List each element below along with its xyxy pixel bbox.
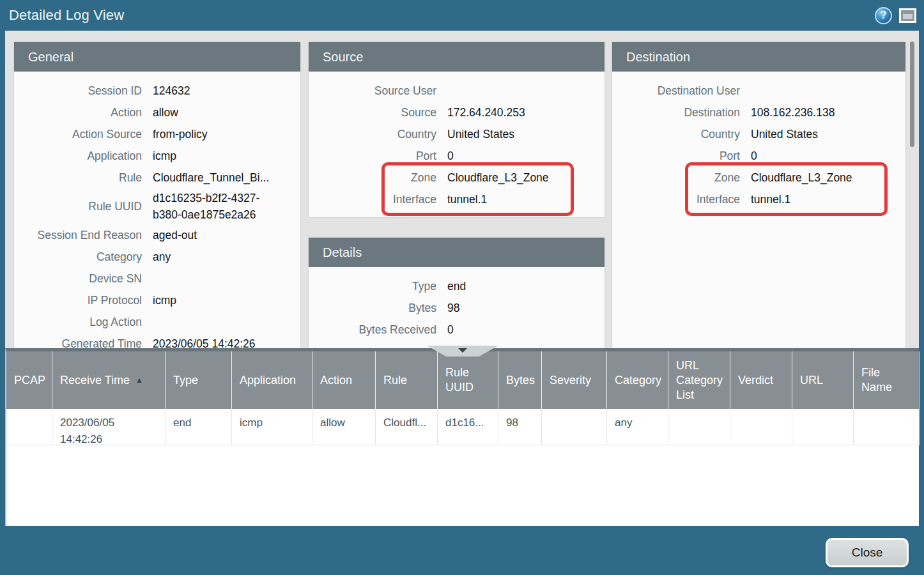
field-row-port: Port 0 bbox=[309, 145, 604, 167]
field-value: United States bbox=[751, 123, 905, 145]
field-label: Session ID bbox=[14, 80, 142, 102]
field-value: Cloudflare_L3_Zone bbox=[751, 167, 905, 188]
field-label: Device SN bbox=[14, 268, 142, 289]
field-value bbox=[751, 80, 905, 102]
field-label: Destination bbox=[612, 102, 740, 123]
vertical-scrollbar-thumb[interactable] bbox=[910, 42, 914, 147]
field-value: icmp bbox=[153, 145, 300, 167]
column-header-application[interactable]: Application bbox=[232, 351, 312, 409]
field-value: United States bbox=[447, 123, 604, 145]
field-label: Generated Time bbox=[14, 333, 142, 348]
details-panel: Details Type end Bytes 98 Bytes Received… bbox=[309, 238, 604, 348]
cell-url bbox=[792, 409, 854, 445]
field-row-zone: Zone Cloudflare_L3_Zone bbox=[612, 167, 905, 188]
field-value: Cloudflare_Tunnel_Bi... bbox=[153, 167, 300, 188]
field-label: Destination User bbox=[612, 80, 740, 102]
general-panel-header: General bbox=[14, 42, 300, 72]
titlebar-icons: ? bbox=[875, 7, 916, 24]
table-row[interactable]: 2023/06/05 14:42:26 end icmp allow Cloud… bbox=[6, 409, 919, 445]
cell-receive-time: 2023/06/05 14:42:26 bbox=[52, 409, 166, 445]
destination-panel-header: Destination bbox=[612, 42, 905, 72]
field-value: tunnel.1 bbox=[447, 188, 604, 210]
field-label: Session End Reason bbox=[14, 224, 142, 246]
log-table-header: PCAP Receive Time ▲ Type Application Act… bbox=[6, 351, 919, 409]
field-value: 0 bbox=[751, 145, 905, 167]
field-label: Port bbox=[612, 145, 740, 167]
field-value bbox=[447, 80, 604, 102]
field-row-zone: Zone Cloudflare_L3_Zone bbox=[309, 167, 604, 188]
field-row-action-source: Action Source from-policy bbox=[14, 123, 300, 145]
field-label: Action bbox=[14, 102, 142, 123]
cell-severity bbox=[542, 409, 607, 445]
field-label: Country bbox=[612, 123, 740, 145]
field-row-bytes: Bytes 98 bbox=[309, 297, 604, 319]
field-label: Bytes Received bbox=[309, 319, 436, 341]
cell-url-category-list bbox=[668, 409, 730, 445]
field-label: Interface bbox=[309, 188, 436, 210]
cell-category: any bbox=[607, 409, 668, 445]
column-header-url[interactable]: URL bbox=[792, 351, 854, 409]
column-destination: Destination Destination User Destination… bbox=[612, 42, 905, 348]
column-header-url-category-list[interactable]: URL Category List bbox=[668, 351, 730, 409]
general-panel-body: Session ID 124632 Action allow Action So… bbox=[14, 72, 300, 348]
close-button[interactable]: Close bbox=[826, 538, 909, 567]
field-label: Zone bbox=[309, 167, 436, 188]
field-value: 172.64.240.253 bbox=[447, 102, 604, 123]
help-icon[interactable]: ? bbox=[875, 7, 892, 24]
log-table-region: PCAP Receive Time ▲ Type Application Act… bbox=[5, 348, 919, 526]
source-panel: Source Source User Source 172.64.240.253… bbox=[309, 42, 604, 217]
cell-rule-uuid: d1c16... bbox=[438, 409, 498, 445]
column-header-rule[interactable]: Rule bbox=[376, 351, 438, 409]
cell-file-name bbox=[854, 409, 920, 445]
column-header-severity[interactable]: Severity bbox=[542, 351, 607, 409]
field-label: Rule UUID bbox=[14, 198, 142, 215]
field-value: 98 bbox=[447, 297, 604, 319]
field-row-generated-time: Generated Time 2023/06/05 14:42:26 bbox=[14, 333, 300, 348]
field-label: Source bbox=[309, 102, 436, 123]
cell-pcap bbox=[6, 409, 52, 445]
window-restore-icon[interactable] bbox=[899, 8, 916, 23]
field-label: Application bbox=[14, 145, 142, 167]
column-header-verdict[interactable]: Verdict bbox=[730, 351, 792, 409]
column-header-file-name[interactable]: File Name bbox=[854, 351, 920, 409]
field-value: tunnel.1 bbox=[751, 188, 905, 210]
column-header-pcap[interactable]: PCAP bbox=[6, 351, 52, 409]
field-value: 0 bbox=[447, 319, 604, 341]
details-panel-body: Type end Bytes 98 Bytes Received 0 bbox=[309, 267, 604, 348]
field-row-rule: Rule Cloudflare_Tunnel_Bi... bbox=[14, 167, 300, 188]
field-label: Type bbox=[309, 275, 436, 297]
cell-verdict bbox=[730, 409, 792, 445]
detailed-log-view-dialog: { "window": { "title": "Detailed Log Vie… bbox=[0, 0, 924, 575]
column-header-category[interactable]: Category bbox=[607, 351, 668, 409]
field-value: d1c16235-b2f2-4327-b380-0ae1875e2a26 bbox=[153, 190, 284, 223]
details-panel-header: Details bbox=[309, 238, 604, 267]
destination-panel: Destination Destination User Destination… bbox=[612, 42, 905, 348]
field-label: Action Source bbox=[14, 123, 142, 145]
field-row-source: Source 172.64.240.253 bbox=[309, 102, 604, 123]
field-label: Zone bbox=[612, 167, 740, 188]
field-value bbox=[153, 311, 300, 333]
field-row-category: Category any bbox=[14, 246, 300, 268]
field-row-type: Type end bbox=[309, 275, 604, 297]
dialog-footer: Close bbox=[0, 526, 924, 575]
field-value: any bbox=[153, 246, 300, 268]
field-row-destination: Destination 108.162.236.138 bbox=[612, 102, 905, 123]
field-row-port: Port 0 bbox=[612, 145, 905, 167]
panels-region: General Session ID 124632 Action allow A… bbox=[5, 31, 919, 348]
column-header-action[interactable]: Action bbox=[312, 351, 376, 409]
field-label: Log Action bbox=[14, 311, 142, 333]
cell-bytes: 98 bbox=[498, 409, 542, 445]
field-value: end bbox=[447, 275, 604, 297]
field-value: aged-out bbox=[153, 224, 300, 246]
field-row-log-action: Log Action bbox=[14, 311, 300, 333]
column-header-receive-time[interactable]: Receive Time ▲ bbox=[52, 351, 166, 409]
field-value: 2023/06/05 14:42:26 bbox=[153, 333, 300, 348]
cell-type: end bbox=[166, 409, 232, 445]
column-header-rule-uuid[interactable]: Rule UUID bbox=[438, 351, 498, 409]
page-title: Detailed Log View bbox=[9, 7, 124, 24]
column-header-type[interactable]: Type bbox=[166, 351, 232, 409]
field-label: Country bbox=[309, 123, 436, 145]
field-label: Port bbox=[309, 145, 436, 167]
column-header-bytes[interactable]: Bytes bbox=[498, 351, 542, 409]
field-value: 108.162.236.138 bbox=[751, 102, 905, 123]
